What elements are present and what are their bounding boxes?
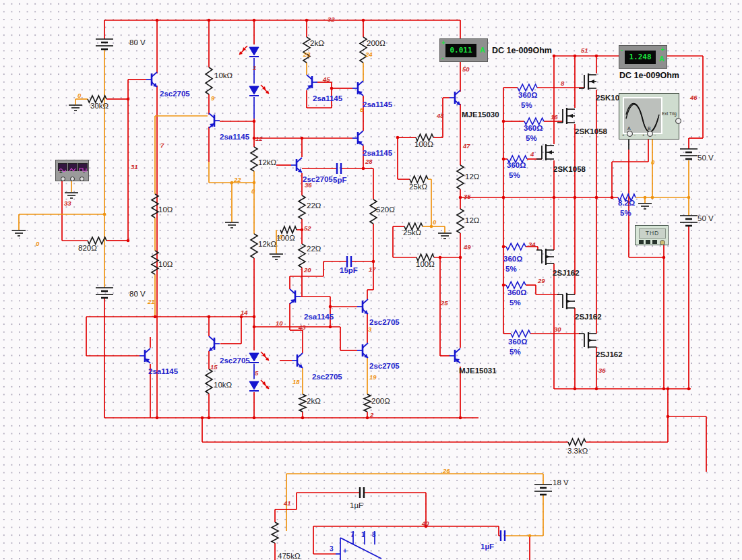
component-name-label[interactable]: 2sa1145 bbox=[304, 313, 334, 321]
component-value-label[interactable]: 2kΩ bbox=[307, 398, 321, 406]
pin-number-label[interactable]: 8 bbox=[372, 532, 376, 538]
resistor-symbol[interactable] bbox=[506, 282, 526, 288]
component-value-label[interactable]: 360Ω bbox=[507, 162, 526, 170]
node-number-label[interactable]: 22 bbox=[234, 177, 241, 183]
node-number-label[interactable]: 33 bbox=[64, 200, 71, 207]
function-generator[interactable]: + - bbox=[55, 160, 89, 181]
component-name-label[interactable]: 2sc2705 bbox=[369, 363, 400, 371]
component-value-label[interactable]: 25kΩ bbox=[409, 183, 427, 191]
channel-a-terminal[interactable] bbox=[627, 131, 633, 137]
component-value-label[interactable]: 5% bbox=[509, 299, 521, 307]
led-symbol[interactable] bbox=[249, 381, 259, 390]
node-number-label[interactable]: 0 bbox=[251, 188, 255, 195]
component-name-label[interactable]: 2SK1058 bbox=[553, 166, 586, 174]
resistor-symbol[interactable] bbox=[206, 369, 212, 394]
pin-number-label[interactable]: 1 bbox=[361, 532, 365, 538]
node-number-label[interactable]: 28 bbox=[365, 158, 373, 165]
node-number-label[interactable]: 48 bbox=[437, 113, 444, 119]
ammeter-1[interactable]: + - 0.011 A DC 1e-009Ohm bbox=[439, 38, 488, 62]
node-number-label[interactable]: 24 bbox=[365, 51, 373, 58]
schematic-canvas[interactable]: 80 V80 V30kΩ10kΩ2kΩ200Ω12kΩ12kΩ100Ω22Ω22… bbox=[0, 0, 742, 560]
resistor-symbol[interactable] bbox=[518, 84, 537, 91]
node-number-label[interactable]: 1 bbox=[253, 65, 256, 71]
node-number-label[interactable]: 8 bbox=[561, 80, 564, 87]
component-value-label[interactable]: 10Ω bbox=[158, 261, 173, 269]
node-number-label[interactable]: 9 bbox=[211, 95, 214, 102]
node-number-label[interactable]: 32 bbox=[328, 16, 335, 23]
node-number-label[interactable]: 46 bbox=[690, 94, 698, 101]
component-name-label[interactable]: 2SJ162 bbox=[596, 351, 623, 359]
node-number-label[interactable]: 20 bbox=[304, 267, 311, 274]
node-number-label[interactable]: 5 bbox=[255, 370, 258, 377]
node-number-label[interactable]: 36 bbox=[598, 367, 606, 374]
component-value-label[interactable]: 10kΩ bbox=[214, 72, 233, 80]
node-number-label[interactable]: 0 bbox=[36, 241, 39, 247]
component-value-label[interactable]: 520Ω bbox=[376, 206, 395, 214]
resistor-symbol[interactable] bbox=[251, 234, 257, 258]
component-value-label[interactable]: 2kΩ bbox=[310, 40, 324, 48]
resistor-symbol[interactable] bbox=[299, 195, 305, 219]
component-value-label[interactable]: 5% bbox=[526, 135, 537, 143]
component-value-label[interactable]: 100Ω bbox=[414, 141, 433, 149]
resistor-symbol[interactable] bbox=[299, 394, 306, 412]
node-number-label[interactable]: 2 bbox=[370, 412, 373, 418]
node-number-label[interactable]: 0 bbox=[78, 92, 81, 99]
component-name-label[interactable]: MJE15030 bbox=[462, 111, 499, 119]
thd-meter[interactable]: THD bbox=[635, 225, 669, 245]
thd-button[interactable] bbox=[639, 240, 644, 244]
triangle-waveform-icon[interactable] bbox=[68, 163, 78, 171]
node-number-label[interactable]: 23 bbox=[303, 51, 311, 58]
node-number-label[interactable]: 15 bbox=[210, 364, 218, 371]
component-value-label[interactable]: 360Ω bbox=[524, 125, 543, 133]
node-number-label[interactable]: 31 bbox=[131, 164, 138, 170]
node-number-label[interactable]: 0 bbox=[433, 219, 436, 226]
component-value-label[interactable]: 12Ω bbox=[465, 217, 479, 225]
led-symbol[interactable] bbox=[249, 86, 259, 94]
resistor-symbol[interactable] bbox=[272, 522, 278, 543]
node-number-label[interactable]: 19 bbox=[369, 374, 377, 381]
fgen-common-terminal[interactable] bbox=[70, 177, 75, 181]
node-number-label[interactable]: 17 bbox=[369, 266, 376, 273]
component-value-label[interactable]: 22Ω bbox=[307, 245, 321, 253]
resistor-symbol[interactable] bbox=[206, 67, 212, 94]
fgen-plus-terminal[interactable] bbox=[61, 177, 65, 181]
resistor-symbol[interactable] bbox=[303, 37, 310, 63]
component-value-label[interactable]: 12Ω bbox=[465, 173, 479, 181]
resistor-symbol[interactable] bbox=[506, 243, 526, 250]
led-symbol[interactable] bbox=[249, 353, 259, 361]
component-name-label[interactable]: 2sc2705 bbox=[369, 319, 400, 327]
node-number-label[interactable]: 40 bbox=[422, 520, 429, 527]
node-number-label[interactable]: 50 bbox=[462, 66, 470, 73]
node-number-label[interactable]: 51 bbox=[581, 47, 588, 54]
node-number-label[interactable]: 41 bbox=[284, 500, 291, 507]
led-symbol[interactable] bbox=[249, 47, 259, 55]
resistor-symbol[interactable] bbox=[251, 147, 257, 171]
component-value-label[interactable]: 25kΩ bbox=[403, 229, 421, 237]
component-value-label[interactable]: 360Ω bbox=[503, 255, 522, 263]
component-value-label[interactable]: 30kΩ bbox=[90, 102, 109, 111]
node-number-label[interactable]: 6 bbox=[360, 106, 363, 113]
node-number-label[interactable]: 7 bbox=[160, 142, 164, 149]
resistor-symbol[interactable] bbox=[568, 439, 586, 445]
ammeter-2[interactable]: - + 1.248 A DC 1e-009Ohm bbox=[619, 45, 667, 69]
component-value-label[interactable]: 80 V bbox=[129, 39, 146, 47]
component-value-label[interactable]: 200Ω bbox=[367, 40, 385, 48]
component-value-label[interactable]: 1µF bbox=[481, 543, 494, 551]
component-value-label[interactable]: 475kΩ bbox=[278, 553, 301, 560]
thd-button[interactable] bbox=[652, 240, 657, 244]
component-value-label[interactable]: 80 V bbox=[129, 290, 146, 299]
component-value-label[interactable]: 50 V bbox=[698, 154, 714, 162]
pin-number-label[interactable]: + bbox=[343, 548, 347, 555]
resistor-symbol[interactable] bbox=[457, 165, 464, 189]
component-name-label[interactable]: 2sa1145 bbox=[220, 133, 249, 142]
component-value-label[interactable]: 360Ω bbox=[508, 338, 527, 346]
component-value-label[interactable]: 5% bbox=[521, 102, 532, 110]
node-number-label[interactable]: 4 bbox=[530, 151, 534, 158]
node-number-label[interactable]: 21 bbox=[148, 299, 155, 305]
resistor-symbol[interactable] bbox=[364, 394, 371, 412]
node-number-label[interactable]: 47 bbox=[463, 143, 470, 150]
component-name-label[interactable]: 2SJ162 bbox=[553, 270, 580, 278]
component-value-label[interactable]: 12kΩ bbox=[258, 159, 276, 167]
component-value-label[interactable]: 22Ω bbox=[307, 202, 321, 210]
component-name-label[interactable]: 2SJ162 bbox=[575, 313, 602, 321]
